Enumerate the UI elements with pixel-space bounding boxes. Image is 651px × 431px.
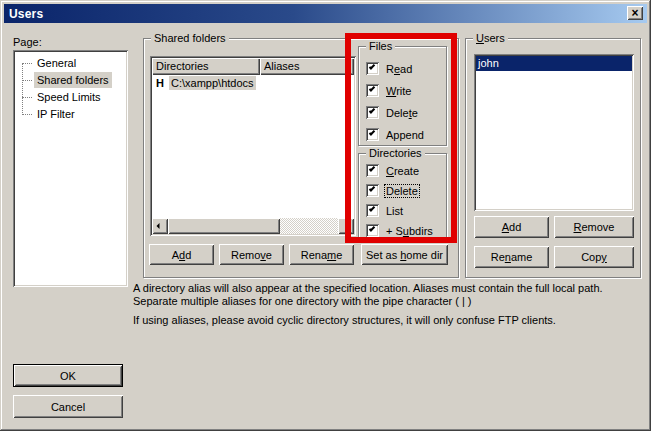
button-label: Cancel [51,401,85,413]
scrollbar-track[interactable] [280,218,338,234]
users-list[interactable]: john [474,54,634,211]
checkbox-label[interactable]: List [385,205,404,217]
files-group-label: Files [366,40,395,52]
users-dialog: Users × Page: General Shared folders Spe… [0,0,651,431]
files-write-option[interactable]: Write [359,82,446,99]
button-label: Copy [581,251,607,263]
scroll-left-button[interactable] [152,218,168,234]
rename-directory-button[interactable]: Rename [289,244,354,265]
create-checkbox[interactable] [366,164,379,177]
directory-path: C:\xampp\htdocs [169,76,256,90]
directory-row[interactable]: H C:\xampp\htdocs [152,75,354,91]
dirs-create-option[interactable]: Create [359,162,446,179]
read-checkbox[interactable] [366,62,379,75]
files-append-option[interactable]: Append [359,126,446,143]
append-checkbox[interactable] [366,128,379,141]
horizontal-scrollbar[interactable] [152,218,354,234]
files-read-option[interactable]: Read [359,60,446,77]
sidebar-item-speed-limits[interactable]: Speed Limits [13,89,128,106]
directories-permissions-group: Directories Create Delete List + Subdirs [358,153,447,239]
checkmark-icon [369,225,375,231]
shared-folders-group-label: Shared folders [151,32,229,44]
alias-notes: A directory alias will also appear at th… [133,282,638,327]
list-checkbox[interactable] [366,204,379,217]
directories-list[interactable]: Directories Aliases H C:\xampp\htdocs [150,56,356,236]
add-directory-button[interactable]: Add [149,244,214,265]
set-as-home-dir-button[interactable]: Set as home dir [361,244,448,265]
button-label: Remove [231,249,272,261]
scrollbar-thumb[interactable] [168,218,280,234]
checkmark-icon [369,165,375,171]
ok-button[interactable]: OK [13,364,123,387]
button-label: Add [172,249,192,261]
files-permissions-group: Files Read Write Delete Append [358,46,447,146]
checkmark-icon [369,205,375,211]
checkmark-icon [369,185,375,191]
dirs-list-option[interactable]: List [359,202,446,219]
button-label: Set as home dir [366,249,443,261]
tree-item-label: Shared folders [34,72,112,88]
checkmark-icon [369,85,375,91]
sidebar-item-shared-folders[interactable]: Shared folders [13,72,128,89]
checkbox-label[interactable]: Delete [385,107,419,119]
checkmark-icon [369,63,375,69]
scroll-right-icon [347,223,350,229]
checkbox-label[interactable]: Delete [385,185,419,197]
copy-user-button[interactable]: Copy [554,246,634,268]
titlebar[interactable]: Users [4,4,647,23]
users-group-label: Users [473,32,508,44]
column-header-directories[interactable]: Directories [152,58,260,75]
button-label: Rename [301,249,343,261]
checkmark-icon [369,129,375,135]
write-checkbox[interactable] [366,84,379,97]
cancel-button[interactable]: Cancel [13,395,123,418]
checkbox-label[interactable]: Create [385,165,420,177]
checkbox-label[interactable]: Write [385,85,412,97]
page-list[interactable]: General Shared folders Speed Limits IP F… [13,50,128,287]
user-row[interactable]: john [476,56,632,71]
alias-note-1: A directory alias will also appear at th… [133,282,638,308]
window-title: Users [9,7,43,21]
delete-files-checkbox[interactable] [366,106,379,119]
remove-user-button[interactable]: Remove [554,216,634,238]
users-group: Users john Add Remove Rename Copy [465,38,641,278]
remove-directory-button[interactable]: Remove [219,244,284,265]
subdirs-checkbox[interactable] [366,224,379,237]
dirs-subdirs-option[interactable]: + Subdirs [359,222,446,239]
button-label: OK [60,370,76,382]
sidebar-item-general[interactable]: General [13,55,128,72]
home-dir-marker: H [156,77,169,89]
button-label: Add [502,221,522,233]
add-user-button[interactable]: Add [474,216,549,238]
alias-note-2: If using aliases, please avoid cyclic di… [133,314,638,327]
checkbox-label[interactable]: Append [385,129,425,141]
dirs-delete-option[interactable]: Delete [359,182,446,199]
sidebar-item-ip-filter[interactable]: IP Filter [13,106,128,123]
shared-folders-group: Shared folders Directories Aliases H C:\… [143,38,459,278]
scroll-right-button[interactable] [338,218,354,234]
column-header-aliases[interactable]: Aliases [260,58,354,75]
button-label: Remove [574,221,615,233]
tree-item-label: Speed Limits [34,89,104,105]
checkmark-icon [369,107,375,113]
checkbox-label[interactable]: + Subdirs [385,225,434,237]
close-button[interactable]: × [627,6,643,20]
directories-group-label: Directories [366,147,425,159]
checkbox-label[interactable]: Read [385,63,413,75]
tree-item-label: General [34,55,79,71]
delete-dirs-checkbox[interactable] [366,184,379,197]
tree-item-label: IP Filter [34,106,78,122]
page-label: Page: [13,36,42,48]
directories-list-header: Directories Aliases [152,58,354,75]
button-label: Rename [491,251,533,263]
rename-user-button[interactable]: Rename [474,246,549,268]
files-delete-option[interactable]: Delete [359,104,446,121]
close-icon: × [631,7,638,19]
scroll-left-icon [157,223,160,229]
